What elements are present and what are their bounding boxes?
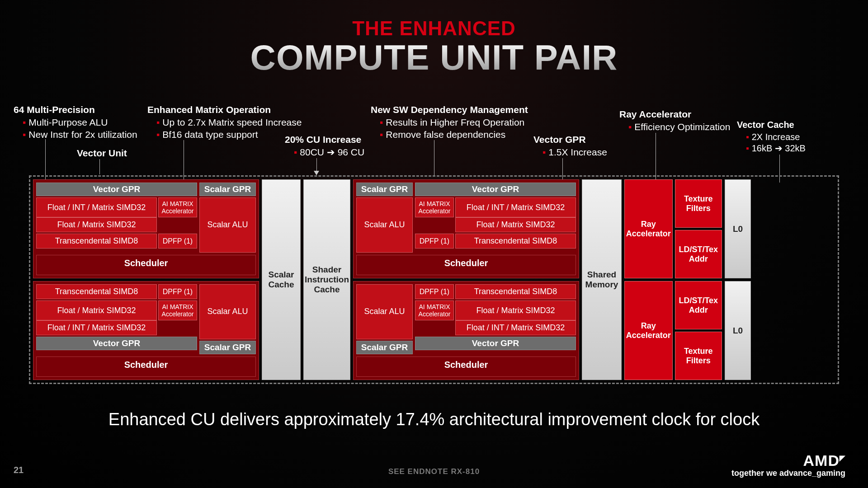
cu-pair-diagram: Scheduler Vector GPR Float / INT / Matri…: [29, 175, 839, 384]
rt-column: Ray Accelerator Texture Filters LD/ST/Te…: [624, 179, 722, 380]
cu-left-bottom: Transcendental SIMD8 DPFP (1) Float / Ma…: [33, 281, 259, 380]
amd-logo: AMD◤: [731, 452, 845, 469]
ai-matrix-accel: AI MATRIX Accelerator: [158, 197, 197, 217]
ann-swdep: New SW Dependency Management Results in …: [371, 104, 528, 141]
texture-filters: Texture Filters: [675, 179, 722, 228]
cu-left-top: Scheduler Vector GPR Float / INT / Matri…: [33, 179, 259, 278]
title-overline: THE ENHANCED: [0, 17, 868, 40]
ray-accelerator: Ray Accelerator: [624, 179, 673, 278]
ann-vcache: Vector Cache 2X Increase 16kB ➔ 32kB: [737, 119, 806, 154]
l0-cache: L0: [725, 179, 751, 278]
brand-block: AMD◤ together we advance_gaming: [731, 452, 845, 478]
ann-multiprecision: 64 Multi-Precision Multi-Purpose ALU New…: [14, 104, 137, 141]
ldst-tex-addr: LD/ST/Tex Addr: [675, 230, 722, 278]
shader-instruction-cache: Shader Instruction Cache: [303, 179, 350, 380]
l0-column: L0 L0: [725, 179, 751, 380]
title-main: COMPUTE UNIT PAIR: [0, 37, 868, 78]
scalar-cache: Scalar Cache: [262, 179, 301, 380]
shared-memory: Shared Memory: [582, 179, 622, 380]
ann-cu-increase: 20% CU Increase 80CU ➔ 96 CU: [285, 134, 364, 159]
ann-vgpr: Vector GPR 1.5X Increase: [533, 134, 607, 159]
cu-right-bottom: Scalar ALU Scalar GPR DPFP (1) Transcend…: [353, 281, 579, 380]
annotation-layer: 64 Multi-Precision Multi-Purpose ALU New…: [0, 104, 868, 172]
bottom-claim: Enhanced CU delivers approximately 17.4%…: [0, 410, 868, 429]
ann-vector-unit: Vector Unit: [77, 147, 127, 159]
cu-right-top: Scheduler Scalar GPR Scalar ALU Vector G…: [353, 179, 579, 278]
ann-ray: Ray Accelerator Efficiency Optimization: [619, 108, 730, 133]
ann-matrix: Enhanced Matrix Operation Up to 2.7x Mat…: [147, 104, 302, 141]
